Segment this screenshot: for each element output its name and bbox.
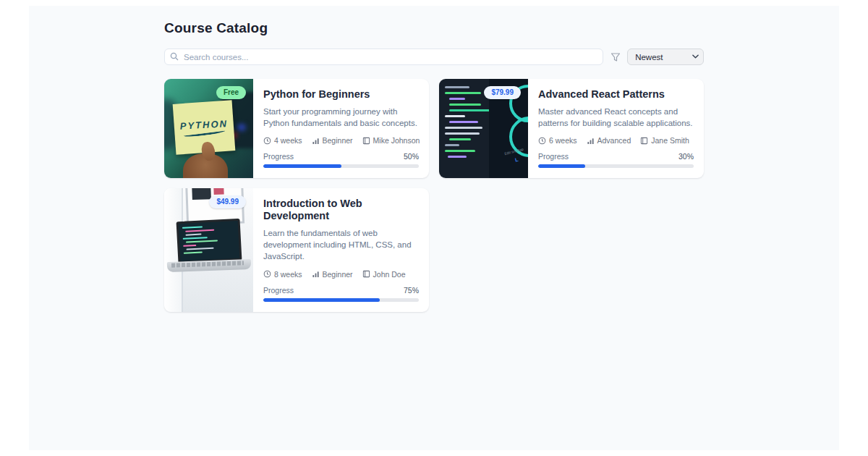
duration-meta: 8 weeks — [263, 270, 302, 279]
free-badge: Free — [216, 86, 246, 99]
course-card-react[interactable]: Edit src/App L $79.99 Advanced React Pat… — [439, 79, 704, 178]
duration-label: 6 weeks — [549, 136, 577, 145]
course-meta: 8 weeks Beginner John Doe — [263, 270, 419, 279]
clock-icon — [263, 137, 271, 145]
progress-head: Progress 30% — [538, 152, 694, 161]
duration-label: 8 weeks — [274, 270, 302, 279]
progress-block: Progress 30% — [538, 145, 694, 168]
instructor-icon — [640, 137, 648, 145]
course-card-webdev[interactable]: $49.99 Introduction to Web Development L… — [164, 188, 429, 311]
price-badge: $49.99 — [209, 195, 246, 208]
instructor-meta: Mike Johnson — [362, 136, 420, 145]
progress-fill — [263, 298, 380, 302]
photo-bokeh-blue — [237, 124, 246, 131]
price-badge: $79.99 — [484, 86, 521, 99]
instructor-icon — [362, 270, 370, 278]
progress-head: Progress 75% — [263, 286, 419, 295]
course-description: Master advanced React concepts and patte… — [538, 106, 694, 130]
course-description: Start your programming journey with Pyth… — [263, 106, 419, 130]
card-body: Introduction to Web Development Learn th… — [253, 188, 429, 311]
progress-fill — [263, 164, 341, 168]
card-body: Advanced React Patterns Master advanced … — [528, 79, 704, 178]
level-label: Beginner — [323, 270, 353, 279]
progress-label: Progress — [538, 152, 569, 161]
clock-icon — [538, 137, 546, 145]
course-card-grid: PYTHON Free Python for Beginners Start y… — [164, 79, 704, 312]
duration-meta: 4 weeks — [263, 136, 302, 145]
course-title: Introduction to Web Development — [263, 198, 419, 221]
duration-label: 4 weeks — [274, 136, 302, 145]
instructor-label: Jane Smith — [651, 136, 689, 145]
course-description: Learn the fundamentals of web developmen… — [263, 227, 419, 263]
instructor-meta: John Doe — [362, 270, 406, 279]
level-label: Beginner — [323, 136, 353, 145]
progress-track — [538, 164, 694, 168]
course-image-python: PYTHON Free — [164, 79, 253, 178]
level-meta: Beginner — [312, 136, 353, 145]
bar-chart-icon — [312, 270, 320, 278]
progress-label: Progress — [263, 286, 294, 295]
progress-label: Progress — [263, 152, 294, 161]
page-title: Course Catalog — [164, 20, 704, 36]
course-meta: 6 weeks Advanced Jane Smith — [538, 136, 694, 145]
level-label: Advanced — [597, 136, 631, 145]
filter-funnel-icon[interactable] — [610, 52, 621, 62]
level-meta: Beginner — [312, 270, 353, 279]
progress-block: Progress 75% — [263, 279, 419, 302]
sort-dropdown: Newest — [627, 48, 704, 65]
progress-track — [263, 164, 419, 168]
instructor-label: Mike Johnson — [373, 136, 420, 145]
bar-chart-icon — [587, 137, 595, 145]
search-box — [164, 48, 603, 65]
course-title: Python for Beginners — [263, 88, 419, 101]
course-image-webdev: $49.99 — [164, 188, 253, 311]
photo-code-lines — [445, 86, 490, 161]
clock-icon — [263, 270, 271, 278]
main-content: Course Catalog Newest — [164, 6, 704, 312]
progress-track — [263, 298, 419, 302]
course-title: Advanced React Patterns — [538, 88, 694, 101]
progress-percent: 50% — [404, 152, 419, 161]
course-meta: 4 weeks Beginner Mike Johnson — [263, 136, 419, 145]
progress-block: Progress 50% — [263, 145, 419, 168]
progress-fill — [538, 164, 585, 168]
progress-head: Progress 50% — [263, 152, 419, 161]
instructor-meta: Jane Smith — [640, 136, 689, 145]
photo-tiny-text-blue: L — [514, 157, 519, 163]
duration-meta: 6 weeks — [538, 136, 577, 145]
course-card-python[interactable]: PYTHON Free Python for Beginners Start y… — [164, 79, 429, 178]
course-image-react: Edit src/App L $79.99 — [439, 79, 528, 178]
search-icon — [170, 52, 179, 61]
search-input[interactable] — [164, 48, 603, 65]
instructor-icon — [362, 137, 370, 145]
bar-chart-icon — [312, 137, 320, 145]
level-meta: Advanced — [587, 136, 631, 145]
progress-percent: 30% — [678, 152, 694, 161]
instructor-label: John Doe — [373, 270, 406, 279]
card-body: Python for Beginners Start your programm… — [253, 79, 429, 178]
photo-laptop-screen — [176, 219, 242, 264]
page-background: Course Catalog Newest — [29, 6, 839, 450]
sort-select[interactable]: Newest — [627, 48, 704, 65]
toolbar: Newest — [164, 48, 704, 65]
progress-percent: 75% — [404, 286, 419, 295]
